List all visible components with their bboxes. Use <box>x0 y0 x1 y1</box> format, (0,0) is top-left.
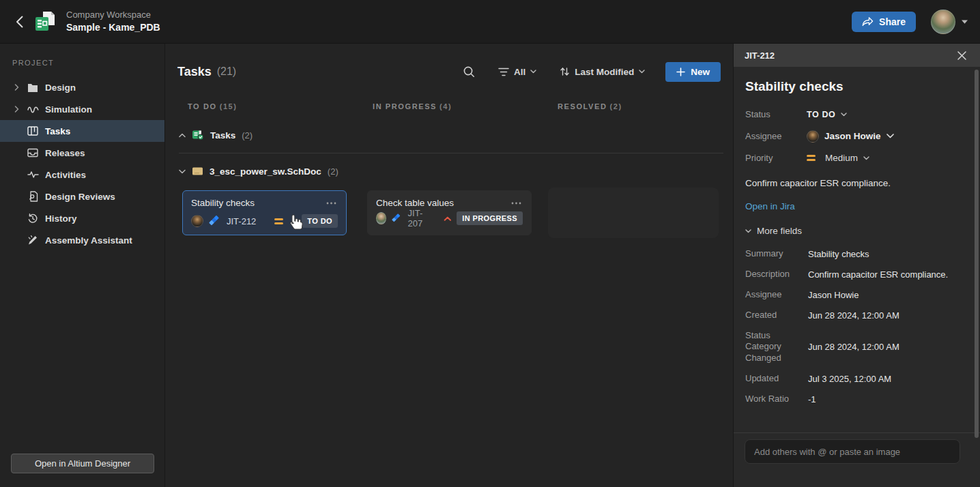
field-row-status-category-changed: Status Category Changed Jun 28 2024, 12:… <box>745 330 966 365</box>
task-title: Stability checks <box>745 79 966 94</box>
comment-input[interactable] <box>745 439 960 464</box>
search-button[interactable] <box>459 61 479 82</box>
more-fields-toggle[interactable]: More fields <box>745 226 802 236</box>
chevron-down-icon <box>530 70 536 74</box>
group-row-tasks[interactable]: Tasks (2) <box>165 128 733 142</box>
sidebar-item-history[interactable]: History <box>0 207 164 229</box>
open-in-altium-designer-button[interactable]: Open in Altium Designer <box>11 454 154 473</box>
panel-header: JIT-212 <box>734 44 980 67</box>
share-icon <box>862 16 874 27</box>
task-card-check-table-values[interactable]: Check table values JIT-207 <box>367 190 532 235</box>
status-value: TO DO <box>807 110 835 119</box>
task-detail-panel: JIT-212 Stability checks Status TO DO <box>733 44 980 487</box>
status-dropdown[interactable]: TO DO <box>807 110 966 119</box>
group-count: (2) <box>242 130 253 141</box>
panel-body: Stability checks Status TO DO Assignee J… <box>734 67 980 405</box>
assignee-avatar <box>376 212 386 224</box>
sort-dropdown[interactable]: Last Modified <box>556 66 649 78</box>
sidebar-item-releases[interactable]: Releases <box>0 142 164 164</box>
sidebar-item-label: Activities <box>45 170 86 180</box>
card-menu-button[interactable] <box>510 201 523 206</box>
card-menu-button[interactable] <box>325 201 338 206</box>
assignee-dropdown[interactable]: Jason Howie <box>807 130 966 143</box>
chevron-right-icon[interactable] <box>14 106 20 113</box>
new-button-label: New <box>691 67 710 77</box>
workspace-titles: Company Workspace Sample - Kame_PDB <box>66 10 160 34</box>
priority-row: Priority Medium <box>745 151 966 164</box>
priority-medium-icon <box>807 155 816 161</box>
schdoc-tan-icon <box>192 166 203 176</box>
board-toolbar: Tasks (21) All <box>165 44 733 82</box>
close-panel-button[interactable] <box>955 48 969 63</box>
group-label: Tasks <box>210 130 235 141</box>
open-in-jira-link[interactable]: Open in Jira <box>745 201 795 211</box>
field-row-updated: Updated Jul 3 2025, 12:00 AM <box>745 373 966 385</box>
chevron-down-icon <box>863 156 869 160</box>
sidebar-item-label: Tasks <box>45 126 70 136</box>
more-fields-list: Summary Stability checks Description Con… <box>745 248 966 405</box>
priority-medium-icon <box>274 218 283 224</box>
waveform-icon <box>27 105 39 114</box>
sidebar-item-simulation[interactable]: Simulation <box>0 98 164 120</box>
priority-label: Priority <box>745 153 800 163</box>
ellipsis-icon <box>511 202 521 205</box>
top-bar: Company Workspace Sample - Kame_PDB Shar… <box>0 0 980 44</box>
group-count: (2) <box>328 166 338 177</box>
group-row-schdoc[interactable]: 3_esc_power_sw.SchDoc (2) <box>165 164 733 178</box>
new-task-button[interactable]: New <box>665 62 721 82</box>
sidebar-item-label: Simulation <box>45 104 92 115</box>
close-icon <box>957 51 966 60</box>
group-label: 3_esc_power_sw.SchDoc <box>210 166 321 177</box>
workspace-name: Company Workspace <box>66 10 160 20</box>
chevron-right-icon[interactable] <box>14 84 20 91</box>
filter-icon <box>498 68 509 76</box>
empty-card-slot <box>548 188 719 238</box>
field-row-work-ratio: Work Ratio -1 <box>745 394 966 405</box>
sidebar-item-activities[interactable]: Activities <box>0 164 164 186</box>
ellipsis-icon <box>326 202 336 205</box>
sidebar-item-label: Releases <box>45 148 85 158</box>
project-name: Sample - Kame_PDB <box>66 22 160 34</box>
chevron-up-icon[interactable] <box>179 133 186 138</box>
user-menu-caret-icon[interactable] <box>962 20 968 24</box>
back-button[interactable] <box>12 12 27 31</box>
assignee-label: Assignee <box>745 131 800 141</box>
chevron-down-icon <box>841 113 847 117</box>
sidebar-section-label: PROJECT <box>0 44 164 76</box>
plus-icon <box>676 68 685 76</box>
priority-dropdown[interactable]: Medium <box>807 153 966 163</box>
filter-dropdown[interactable]: All <box>494 66 541 78</box>
sidebar-item-design-reviews[interactable]: Design Reviews <box>0 186 164 207</box>
status-label: Status <box>745 109 800 119</box>
user-avatar[interactable] <box>931 10 955 34</box>
jira-icon <box>209 216 220 226</box>
board-columns-header: TO DO(15) IN PROGRESS(4) RESOLVED(2) <box>165 102 733 110</box>
kanban-board-icon <box>27 126 39 136</box>
tasks-board: Tasks (21) All <box>165 44 733 487</box>
sort-icon <box>560 67 570 76</box>
column-header-resolved: RESOLVED(2) <box>558 102 733 110</box>
inbox-icon <box>27 148 39 158</box>
sidebar-item-tasks[interactable]: Tasks <box>0 120 164 142</box>
task-card-stability-checks[interactable]: Stability checks JIT-212 <box>182 190 347 235</box>
field-row-summary: Summary Stability checks <box>745 248 966 260</box>
document-search-icon <box>27 191 39 202</box>
cards-row: Stability checks JIT-212 <box>165 190 733 238</box>
sidebar-item-assembly-assistant[interactable]: Assembly Assistant <box>0 229 164 251</box>
panel-scrollbar[interactable] <box>975 70 979 438</box>
search-icon <box>463 65 475 78</box>
sidebar-item-label: History <box>45 213 77 224</box>
filter-label: All <box>514 67 525 77</box>
priority-value: Medium <box>825 153 858 163</box>
priority-high-icon <box>444 216 452 222</box>
chevron-down-icon[interactable] <box>179 169 186 174</box>
task-key: JIT-207 <box>408 208 433 228</box>
share-button[interactable]: Share <box>852 12 916 32</box>
share-label: Share <box>879 16 906 27</box>
chevron-left-icon <box>15 15 24 29</box>
sidebar-item-design[interactable]: Design <box>0 76 164 98</box>
task-key-heading: JIT-212 <box>745 50 955 61</box>
column-header-in-progress: IN PROGRESS(4) <box>373 102 558 110</box>
comment-section-divider <box>734 432 980 433</box>
tasks-count: (21) <box>217 65 236 78</box>
